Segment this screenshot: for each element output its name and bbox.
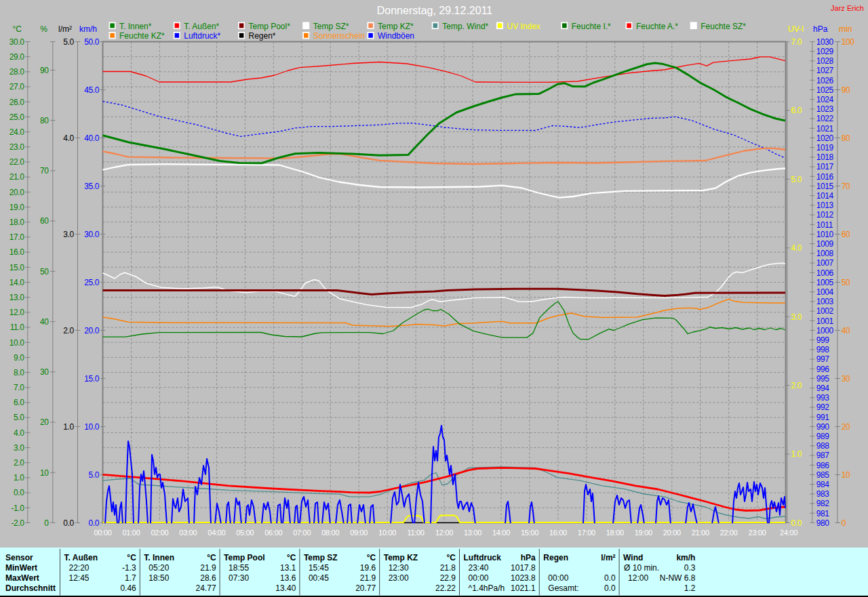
svg-text:Sonnenschein: Sonnenschein — [313, 31, 365, 41]
svg-text:05:20: 05:20 — [149, 563, 169, 573]
svg-text:70: 70 — [40, 166, 49, 176]
svg-text:15.0: 15.0 — [9, 263, 24, 272]
svg-text:4.0: 4.0 — [14, 428, 24, 438]
svg-text:1009: 1009 — [816, 239, 834, 249]
svg-text:21.8: 21.8 — [440, 563, 456, 573]
svg-text:1015: 1015 — [816, 182, 834, 191]
svg-text:12:00: 12:00 — [435, 529, 453, 537]
svg-text:0: 0 — [44, 518, 49, 528]
svg-text:Luftdruck: Luftdruck — [464, 553, 502, 562]
svg-text:1019: 1019 — [816, 143, 834, 152]
svg-text:0.0: 0.0 — [89, 518, 100, 528]
svg-text:30: 30 — [40, 367, 49, 377]
svg-text:28.0: 28.0 — [9, 67, 24, 77]
svg-text:Regen*: Regen* — [249, 31, 276, 41]
svg-text:l/m²: l/m² — [601, 553, 615, 562]
svg-text:0.46: 0.46 — [120, 583, 136, 593]
svg-text:1.2: 1.2 — [684, 583, 696, 593]
svg-text:22.9: 22.9 — [440, 573, 456, 583]
svg-text:1027: 1027 — [816, 66, 834, 75]
svg-text:MaxWert: MaxWert — [5, 573, 39, 583]
svg-text:06:00: 06:00 — [264, 529, 282, 537]
svg-text:998: 998 — [816, 345, 830, 354]
svg-text:UV-I: UV-I — [788, 24, 804, 34]
svg-text:12:00: 12:00 — [628, 573, 648, 583]
svg-text:989: 989 — [816, 432, 830, 441]
svg-text:20: 20 — [40, 417, 49, 427]
svg-text:Regen: Regen — [543, 553, 568, 562]
svg-text:Feuchte A.*: Feuchte A.* — [636, 22, 678, 31]
svg-text:01:00: 01:00 — [122, 529, 140, 537]
svg-text:3.0: 3.0 — [14, 443, 24, 453]
svg-text:1001: 1001 — [816, 316, 834, 326]
svg-text:T. Innen*: T. Innen* — [119, 22, 152, 31]
svg-text:8.0: 8.0 — [14, 368, 24, 377]
svg-text:MinWert: MinWert — [5, 563, 37, 573]
svg-text:3.0: 3.0 — [63, 230, 74, 239]
svg-text:2.0: 2.0 — [63, 326, 74, 335]
svg-text:40: 40 — [842, 326, 850, 335]
svg-text:2.0: 2.0 — [14, 458, 24, 468]
svg-text:990: 990 — [816, 422, 830, 432]
svg-text:10:00: 10:00 — [378, 529, 396, 537]
svg-text:Temp KZ*: Temp KZ* — [378, 22, 414, 31]
svg-text:20: 20 — [842, 422, 850, 432]
svg-text:19.6: 19.6 — [360, 563, 376, 573]
svg-text:1003: 1003 — [816, 297, 834, 306]
svg-text:18.0: 18.0 — [9, 218, 24, 227]
svg-text:°C: °C — [447, 553, 456, 562]
svg-text:987: 987 — [816, 451, 830, 460]
svg-text:23:00: 23:00 — [749, 529, 766, 537]
svg-text:999: 999 — [816, 335, 830, 345]
svg-text:1005: 1005 — [816, 278, 834, 287]
svg-text:0: 0 — [842, 518, 846, 528]
svg-text:4.0: 4.0 — [791, 243, 802, 253]
svg-text:1025: 1025 — [816, 85, 834, 95]
svg-text:Temp SZ*: Temp SZ* — [313, 22, 349, 31]
svg-text:25.0: 25.0 — [84, 278, 99, 287]
svg-text:10.0: 10.0 — [84, 422, 99, 432]
svg-text:11.0: 11.0 — [10, 323, 25, 332]
svg-text:21.9: 21.9 — [360, 573, 376, 583]
svg-text:80: 80 — [842, 133, 850, 143]
svg-text:N-NW 6.8: N-NW 6.8 — [660, 573, 696, 583]
svg-text:1016: 1016 — [816, 172, 834, 182]
svg-text:Feuchte KZ*: Feuchte KZ* — [119, 31, 165, 41]
svg-text:70: 70 — [842, 182, 850, 191]
svg-text:07:00: 07:00 — [293, 529, 311, 537]
svg-text:hPa: hPa — [521, 553, 536, 562]
svg-text:Gesamt:: Gesamt: — [548, 583, 578, 593]
svg-text:1010: 1010 — [816, 230, 834, 239]
svg-text:hPa: hPa — [813, 24, 828, 34]
svg-text:10: 10 — [842, 470, 850, 480]
svg-text:30: 30 — [842, 374, 850, 384]
svg-text:Donnerstag, 29.12.2011: Donnerstag, 29.12.2011 — [377, 5, 493, 16]
svg-text:°C: °C — [287, 553, 296, 562]
svg-text:982: 982 — [816, 499, 830, 508]
svg-text:980: 980 — [816, 518, 830, 528]
svg-text:991: 991 — [816, 413, 830, 422]
svg-text:1006: 1006 — [816, 268, 834, 278]
svg-text:1024: 1024 — [816, 95, 834, 104]
svg-text:992: 992 — [816, 403, 830, 412]
svg-text:-2.0: -2.0 — [11, 518, 24, 528]
svg-text:40: 40 — [40, 317, 49, 327]
svg-text:07:30: 07:30 — [229, 573, 249, 583]
svg-text:17:00: 17:00 — [578, 529, 595, 537]
svg-text:985: 985 — [816, 470, 830, 480]
svg-text:Temp Pool: Temp Pool — [224, 553, 264, 562]
svg-text:1029: 1029 — [816, 47, 834, 56]
svg-text:km/h: km/h — [79, 24, 97, 34]
svg-text:Windböen: Windböen — [378, 31, 414, 41]
svg-text:13.40: 13.40 — [275, 583, 296, 593]
svg-text:-1.0: -1.0 — [11, 503, 24, 513]
svg-text:19.0: 19.0 — [9, 203, 24, 212]
svg-text:Temp SZ: Temp SZ — [304, 553, 338, 562]
svg-text:1017: 1017 — [816, 162, 834, 171]
svg-text:1026: 1026 — [816, 76, 834, 85]
svg-text:1000: 1000 — [816, 326, 834, 335]
svg-text:5.0: 5.0 — [14, 413, 24, 422]
svg-text:16:00: 16:00 — [549, 529, 567, 537]
svg-text:996: 996 — [816, 365, 830, 374]
svg-text:22:00: 22:00 — [720, 529, 738, 537]
